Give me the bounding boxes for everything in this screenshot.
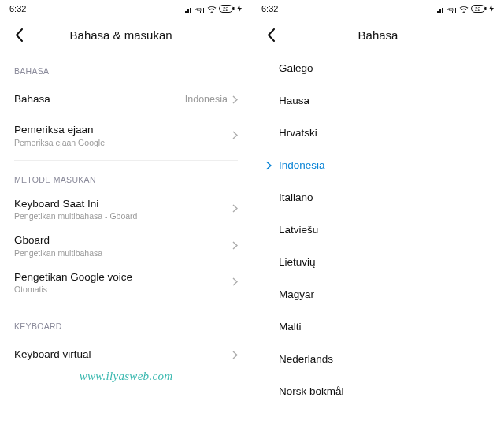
language-option[interactable]: Italiano xyxy=(266,181,490,214)
wifi-icon xyxy=(207,6,217,13)
row-sub: Otomatis xyxy=(14,285,232,294)
signal-icon xyxy=(437,6,445,13)
chevron-right-icon xyxy=(232,131,238,139)
language-option[interactable]: Nederlands xyxy=(266,343,490,375)
chevron-right-icon xyxy=(232,204,238,213)
signal-4g-icon: 4G xyxy=(195,6,205,13)
status-bar: 6:32 4G 22 xyxy=(0,0,252,17)
status-bar: 6:32 4G 22 xyxy=(252,0,504,17)
row-sub: Pengetikan multibahasa - Gboard xyxy=(14,211,232,221)
signal-icon xyxy=(185,6,193,13)
divider xyxy=(14,307,238,307)
page-title: Bahasa & masukan xyxy=(70,28,172,42)
screen-language-select: 6:32 4G 22 Bahasa GalegoHausaHrvatskiInd… xyxy=(252,0,504,424)
row-sub: Pengetikan multibahasa xyxy=(14,248,232,258)
row-spellcheck[interactable]: Pemeriksa ejaan Pemeriksa ejaan Google xyxy=(14,117,238,154)
section-label-metode: METODE MASUKAN xyxy=(14,175,238,184)
chevron-right-icon xyxy=(232,241,238,250)
row-bahasa[interactable]: Bahasa Indonesia xyxy=(14,82,238,117)
charging-icon xyxy=(489,5,495,13)
row-title: Keyboard Saat Ini xyxy=(14,197,232,211)
row-google-voice[interactable]: Pengetikan Google voice Otomatis xyxy=(14,264,238,301)
language-option[interactable]: Norsk bokmål xyxy=(266,375,490,407)
screen-language-input: 6:32 4G 22 Bahasa & masukan BAHASA Bahas… xyxy=(0,0,252,424)
row-value: Indonesia xyxy=(185,94,228,105)
status-icons: 4G 22 xyxy=(437,5,495,13)
divider xyxy=(14,160,238,161)
language-option[interactable]: Hrvatski xyxy=(266,117,490,149)
battery-icon: 22 xyxy=(219,5,235,13)
language-option[interactable]: Hausa xyxy=(266,84,490,117)
row-virtual-keyboard[interactable]: Keyboard virtual xyxy=(14,337,238,372)
row-title: Bahasa xyxy=(14,92,185,106)
row-title: Gboard xyxy=(14,233,232,247)
header: Bahasa xyxy=(252,17,504,52)
chevron-right-icon xyxy=(266,161,272,169)
chevron-right-icon xyxy=(232,277,238,286)
svg-text:4G: 4G xyxy=(447,7,454,12)
row-title: Pengetikan Google voice xyxy=(14,270,232,285)
header: Bahasa & masukan xyxy=(0,17,252,52)
language-option[interactable]: Malti xyxy=(266,311,490,343)
status-time: 6:32 xyxy=(9,4,26,13)
row-current-keyboard[interactable]: Keyboard Saat Ini Pengetikan multibahasa… xyxy=(14,191,238,228)
back-button[interactable] xyxy=(263,27,279,43)
svg-rect-6 xyxy=(485,7,487,10)
row-gboard[interactable]: Gboard Pengetikan multibahasa xyxy=(14,227,238,264)
chevron-right-icon xyxy=(232,95,238,104)
page-title: Bahasa xyxy=(358,28,398,42)
svg-rect-2 xyxy=(233,7,235,10)
svg-text:22: 22 xyxy=(475,6,481,12)
settings-content: BAHASA Bahasa Indonesia Pemeriksa ejaan … xyxy=(0,66,252,372)
row-title: Keyboard virtual xyxy=(14,348,232,362)
back-button[interactable] xyxy=(11,27,27,43)
row-title: Pemeriksa ejaan xyxy=(14,123,232,137)
row-sub: Pemeriksa ejaan Google xyxy=(14,138,232,147)
status-icons: 4G 22 xyxy=(185,5,243,13)
language-option[interactable]: Magyar xyxy=(266,278,490,311)
chevron-left-icon xyxy=(267,28,276,42)
section-label-bahasa: BAHASA xyxy=(14,66,238,76)
language-option[interactable]: Lietuvių xyxy=(266,246,490,278)
signal-4g-icon: 4G xyxy=(447,6,457,13)
svg-text:4G: 4G xyxy=(195,7,202,12)
battery-level: 22 xyxy=(223,6,229,12)
status-time: 6:32 xyxy=(261,4,278,13)
language-option[interactable]: Galego xyxy=(266,52,490,84)
language-option[interactable]: Indonesia xyxy=(266,149,490,181)
charging-icon xyxy=(237,5,243,13)
language-option[interactable]: Latviešu xyxy=(266,214,490,246)
chevron-right-icon xyxy=(232,351,238,359)
chevron-left-icon xyxy=(15,28,24,42)
battery-icon: 22 xyxy=(471,5,487,13)
language-list: GalegoHausaHrvatskiIndonesiaItalianoLatv… xyxy=(252,52,504,407)
wifi-icon xyxy=(459,6,469,13)
section-label-keyboard: KEYBOARD xyxy=(14,322,238,331)
